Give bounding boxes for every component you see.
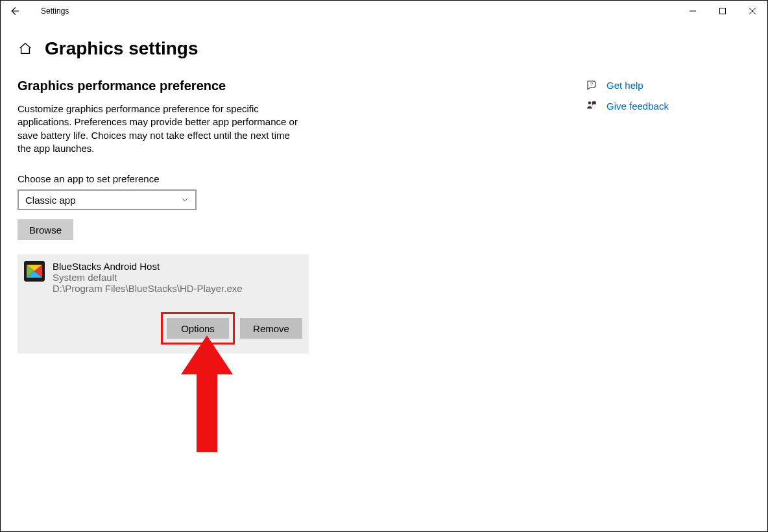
svg-point-11 — [588, 101, 592, 104]
page-header: Graphics settings — [1, 21, 767, 59]
chevron-down-icon — [181, 196, 189, 204]
help-icon: ? — [584, 79, 599, 91]
remove-button[interactable]: Remove — [240, 318, 302, 339]
app-card: BlueStacks Android Host System default D… — [18, 254, 309, 354]
section-description: Customize graphics performance preferenc… — [18, 103, 303, 155]
titlebar: Settings — [1, 1, 767, 21]
app-name: BlueStacks Android Host — [53, 261, 243, 272]
window-controls — [678, 1, 767, 21]
maximize-button[interactable] — [708, 1, 738, 21]
minimize-button[interactable] — [678, 1, 708, 21]
dropdown-value: Classic app — [25, 195, 76, 206]
window-title: Settings — [41, 6, 69, 16]
close-button[interactable] — [738, 1, 767, 21]
arrow-left-icon — [8, 5, 20, 17]
svg-text:?: ? — [590, 81, 593, 87]
options-button[interactable]: Options — [167, 318, 229, 339]
minimize-icon — [689, 7, 697, 15]
give-feedback-link[interactable]: Give feedback — [584, 99, 669, 112]
annotation-arrow-icon — [181, 335, 233, 459]
maximize-icon — [719, 7, 726, 15]
app-type-dropdown[interactable]: Classic app — [18, 189, 197, 210]
section-heading: Graphics performance preference — [18, 79, 364, 93]
page-title: Graphics settings — [45, 38, 198, 59]
home-icon — [18, 42, 32, 56]
home-button[interactable] — [18, 41, 33, 56]
browse-button[interactable]: Browse — [18, 219, 73, 240]
feedback-icon — [584, 99, 599, 112]
close-icon — [749, 7, 756, 15]
app-preference: System default — [53, 272, 243, 283]
svg-rect-12 — [592, 101, 596, 104]
app-path: D:\Program Files\BlueStacks\HD-Player.ex… — [53, 283, 243, 294]
back-button[interactable] — [8, 2, 27, 20]
give-feedback-label: Give feedback — [606, 101, 669, 112]
get-help-label: Get help — [606, 80, 643, 91]
choose-app-label: Choose an app to set preference — [18, 173, 364, 184]
get-help-link[interactable]: ? Get help — [584, 79, 669, 91]
options-highlight: Options — [161, 312, 235, 345]
svg-rect-2 — [720, 8, 726, 14]
app-icon — [24, 261, 45, 282]
